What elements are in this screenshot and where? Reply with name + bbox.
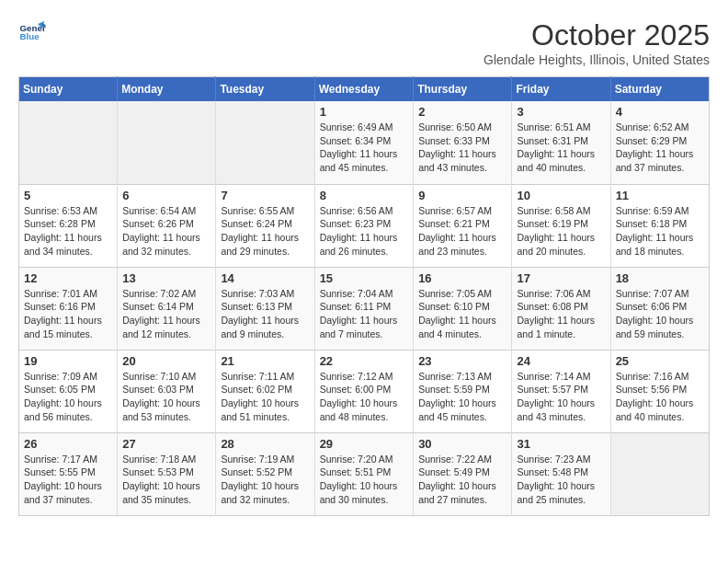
calendar-cell: 8Sunrise: 6:56 AM Sunset: 6:23 PM Daylig… [314,184,414,267]
day-info: Sunrise: 7:07 AM Sunset: 6:06 PM Dayligh… [616,287,704,341]
day-number: 5 [24,189,112,202]
calendar-week-3: 12Sunrise: 7:01 AM Sunset: 6:16 PM Dayli… [19,267,710,350]
calendar-cell: 10Sunrise: 6:58 AM Sunset: 6:19 PM Dayli… [512,184,610,267]
day-info: Sunrise: 7:14 AM Sunset: 5:57 PM Dayligh… [517,370,605,424]
day-number: 15 [320,271,409,285]
day-info: Sunrise: 7:05 AM Sunset: 6:10 PM Dayligh… [418,287,506,341]
day-info: Sunrise: 7:20 AM Sunset: 5:51 PM Dayligh… [320,453,409,507]
logo: General Blue [18,18,46,46]
day-header-tuesday: Tuesday [216,77,314,102]
day-info: Sunrise: 7:04 AM Sunset: 6:11 PM Dayligh… [320,287,409,341]
day-number: 8 [320,189,409,202]
svg-text:Blue: Blue [20,31,40,41]
day-info: Sunrise: 6:57 AM Sunset: 6:21 PM Dayligh… [418,204,506,259]
day-number: 1 [320,105,409,119]
day-number: 7 [221,189,309,202]
calendar-cell: 30Sunrise: 7:22 AM Sunset: 5:49 PM Dayli… [414,432,512,515]
calendar-cell: 27Sunrise: 7:18 AM Sunset: 5:53 PM Dayli… [118,432,216,515]
location-subtitle: Glendale Heights, Illinois, United State… [483,52,710,67]
calendar-cell: 15Sunrise: 7:04 AM Sunset: 6:11 PM Dayli… [314,267,414,350]
day-number: 29 [320,437,409,451]
day-info: Sunrise: 7:22 AM Sunset: 5:49 PM Dayligh… [418,453,506,507]
title-block: October 2025 Glendale Heights, Illinois,… [483,18,710,67]
calendar-cell [216,101,314,184]
day-number: 4 [616,105,704,119]
day-info: Sunrise: 6:56 AM Sunset: 6:23 PM Dayligh… [320,204,409,259]
day-number: 9 [418,189,506,202]
calendar-cell: 21Sunrise: 7:11 AM Sunset: 6:02 PM Dayli… [216,350,314,432]
calendar-cell: 5Sunrise: 6:53 AM Sunset: 6:28 PM Daylig… [19,184,118,267]
day-number: 20 [122,354,210,368]
calendar-cell: 14Sunrise: 7:03 AM Sunset: 6:13 PM Dayli… [216,267,314,350]
calendar-header: SundayMondayTuesdayWednesdayThursdayFrid… [19,77,710,102]
logo-icon: General Blue [18,18,46,46]
calendar-cell: 11Sunrise: 6:59 AM Sunset: 6:18 PM Dayli… [610,184,709,267]
day-header-monday: Monday [118,77,216,102]
day-number: 18 [616,271,704,285]
day-info: Sunrise: 7:06 AM Sunset: 6:08 PM Dayligh… [517,287,605,341]
page-header: General Blue October 2025 Glendale Heigh… [18,18,710,67]
calendar-cell: 23Sunrise: 7:13 AM Sunset: 5:59 PM Dayli… [414,350,512,432]
day-number: 21 [221,354,309,368]
day-number: 12 [24,271,112,285]
day-number: 30 [418,437,506,451]
calendar-cell: 24Sunrise: 7:14 AM Sunset: 5:57 PM Dayli… [512,350,610,432]
calendar-table: SundayMondayTuesdayWednesdayThursdayFrid… [18,76,710,516]
day-number: 16 [418,271,506,285]
day-info: Sunrise: 7:13 AM Sunset: 5:59 PM Dayligh… [418,370,506,424]
day-info: Sunrise: 6:53 AM Sunset: 6:28 PM Dayligh… [24,204,112,259]
day-info: Sunrise: 6:51 AM Sunset: 6:31 PM Dayligh… [517,121,605,175]
day-number: 11 [616,189,704,202]
day-number: 23 [418,354,506,368]
day-number: 17 [517,271,605,285]
day-info: Sunrise: 7:03 AM Sunset: 6:13 PM Dayligh… [221,287,309,341]
calendar-cell: 9Sunrise: 6:57 AM Sunset: 6:21 PM Daylig… [414,184,512,267]
day-info: Sunrise: 6:58 AM Sunset: 6:19 PM Dayligh… [517,204,605,259]
day-info: Sunrise: 7:12 AM Sunset: 6:00 PM Dayligh… [320,370,409,424]
calendar-cell: 20Sunrise: 7:10 AM Sunset: 6:03 PM Dayli… [118,350,216,432]
calendar-cell: 12Sunrise: 7:01 AM Sunset: 6:16 PM Dayli… [19,267,118,350]
calendar-cell [610,432,709,515]
calendar-cell: 28Sunrise: 7:19 AM Sunset: 5:52 PM Dayli… [216,432,314,515]
calendar-cell: 31Sunrise: 7:23 AM Sunset: 5:48 PM Dayli… [512,432,610,515]
day-number: 19 [24,354,112,368]
day-info: Sunrise: 7:09 AM Sunset: 6:05 PM Dayligh… [24,370,112,424]
calendar-week-4: 19Sunrise: 7:09 AM Sunset: 6:05 PM Dayli… [19,350,710,432]
day-number: 31 [517,437,605,451]
day-info: Sunrise: 7:23 AM Sunset: 5:48 PM Dayligh… [517,453,605,507]
day-info: Sunrise: 7:17 AM Sunset: 5:55 PM Dayligh… [24,453,112,507]
calendar-cell: 18Sunrise: 7:07 AM Sunset: 6:06 PM Dayli… [610,267,709,350]
calendar-cell: 16Sunrise: 7:05 AM Sunset: 6:10 PM Dayli… [414,267,512,350]
calendar-cell [19,101,118,184]
day-number: 27 [122,437,210,451]
calendar-cell: 7Sunrise: 6:55 AM Sunset: 6:24 PM Daylig… [216,184,314,267]
day-header-saturday: Saturday [610,77,709,102]
day-number: 10 [517,189,605,202]
day-info: Sunrise: 7:02 AM Sunset: 6:14 PM Dayligh… [122,287,210,341]
calendar-cell: 4Sunrise: 6:52 AM Sunset: 6:29 PM Daylig… [610,101,709,184]
day-number: 25 [616,354,704,368]
calendar-cell: 29Sunrise: 7:20 AM Sunset: 5:51 PM Dayli… [314,432,414,515]
day-info: Sunrise: 6:49 AM Sunset: 6:34 PM Dayligh… [320,121,409,175]
day-info: Sunrise: 6:50 AM Sunset: 6:33 PM Dayligh… [418,121,506,175]
calendar-cell [118,101,216,184]
day-number: 24 [517,354,605,368]
day-header-sunday: Sunday [19,77,118,102]
day-number: 6 [122,189,210,202]
day-number: 26 [24,437,112,451]
month-title: October 2025 [483,18,710,52]
calendar-cell: 26Sunrise: 7:17 AM Sunset: 5:55 PM Dayli… [19,432,118,515]
calendar-week-2: 5Sunrise: 6:53 AM Sunset: 6:28 PM Daylig… [19,184,710,267]
day-number: 2 [418,105,506,119]
day-info: Sunrise: 7:10 AM Sunset: 6:03 PM Dayligh… [122,370,210,424]
day-number: 3 [517,105,605,119]
calendar-cell: 1Sunrise: 6:49 AM Sunset: 6:34 PM Daylig… [314,101,414,184]
day-info: Sunrise: 7:19 AM Sunset: 5:52 PM Dayligh… [221,453,309,507]
day-header-friday: Friday [512,77,610,102]
calendar-cell: 19Sunrise: 7:09 AM Sunset: 6:05 PM Dayli… [19,350,118,432]
day-info: Sunrise: 7:01 AM Sunset: 6:16 PM Dayligh… [24,287,112,341]
day-info: Sunrise: 6:54 AM Sunset: 6:26 PM Dayligh… [122,204,210,259]
calendar-body: 1Sunrise: 6:49 AM Sunset: 6:34 PM Daylig… [19,101,710,515]
calendar-cell: 17Sunrise: 7:06 AM Sunset: 6:08 PM Dayli… [512,267,610,350]
day-headers-row: SundayMondayTuesdayWednesdayThursdayFrid… [19,77,710,102]
